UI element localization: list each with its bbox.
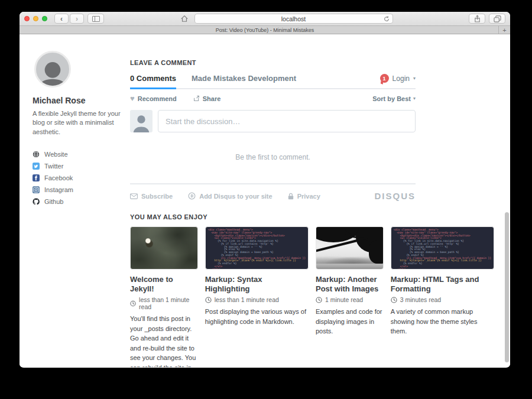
share-box-icon: [193, 95, 200, 102]
author-link-label: Instagram: [44, 186, 73, 193]
add-disqus-link[interactable]: Add Disqus to your site: [188, 192, 272, 200]
author-link-label: Twitter: [44, 163, 63, 170]
sidebar-toggle-button[interactable]: [87, 14, 104, 24]
chevron-down-icon: ▾: [413, 76, 416, 81]
related-posts-grid: Welcome to Jekyll! less than 1 minute re…: [130, 226, 494, 367]
scrollbar-thumb[interactable]: [505, 212, 509, 362]
author-link-github[interactable]: Github: [33, 196, 128, 207]
share-label: Share: [203, 95, 221, 102]
comment-input[interactable]: [158, 110, 416, 132]
share-icon: [474, 15, 481, 22]
post-meta: less than 1 minute read: [205, 296, 309, 303]
post-thumbnail-tree[interactable]: [316, 226, 384, 270]
sort-label: Sort by Best: [372, 95, 411, 102]
author-link-facebook[interactable]: Facebook: [33, 172, 128, 184]
subscribe-label: Subscribe: [141, 193, 173, 200]
code-screenshot: <div class="masthead__menu"> <nav id="si…: [206, 227, 308, 270]
related-post-card: <div class="masthead__menu"> <nav id="si…: [205, 226, 309, 367]
disqus-actions: ♥ Recommend Share Sort by Best ▾: [130, 95, 416, 102]
post-meta: 3 minutes read: [391, 296, 494, 303]
author-link-twitter[interactable]: Twitter: [33, 160, 128, 172]
address-bar[interactable]: localhost: [194, 14, 393, 24]
read-time: less than 1 minute read: [215, 296, 279, 303]
post-thumbnail-foam[interactable]: [130, 226, 198, 270]
new-tab-button[interactable]: +: [498, 26, 510, 34]
comments-heading: LEAVE A COMMENT: [130, 59, 416, 66]
post-thumbnail-code[interactable]: <div class="masthead__menu"> <nav id="si…: [205, 226, 309, 270]
close-button[interactable]: [24, 16, 30, 21]
empty-comments-message: Be the first to comment.: [130, 153, 416, 161]
zoom-button[interactable]: [42, 16, 47, 21]
refresh-icon: [383, 15, 390, 22]
post-excerpt: Post displaying the various ways of high…: [205, 307, 309, 326]
share-comments-button[interactable]: Share: [193, 95, 221, 102]
login-control[interactable]: 1 Login ▾: [380, 74, 416, 83]
chevron-right-icon: ›: [76, 15, 78, 22]
post-title-link[interactable]: Welcome to Jekyll!: [130, 275, 198, 293]
read-time: 1 minute read: [325, 296, 363, 303]
subscribe-link[interactable]: Subscribe: [130, 193, 173, 200]
privacy-link[interactable]: Privacy: [288, 193, 320, 200]
read-time: 3 minutes read: [400, 296, 441, 303]
sort-by-best-dropdown[interactable]: Sort by Best ▾: [372, 95, 416, 102]
read-time: less than 1 minute read: [139, 296, 198, 310]
instagram-icon: [33, 186, 40, 193]
post-title-link[interactable]: Markup: Syntax Highlighting: [205, 275, 309, 293]
show-tabs-button[interactable]: [489, 14, 505, 24]
minimize-button[interactable]: [33, 16, 38, 21]
post-title-link[interactable]: Markup: HTML Tags and Formatting: [391, 275, 494, 293]
browser-toolbar: ‹ › localhost: [20, 12, 510, 26]
login-label: Login: [392, 74, 410, 83]
recommend-button[interactable]: ♥ Recommend: [130, 95, 177, 102]
clock-icon: [316, 297, 322, 303]
tree-canopy-shape: [369, 240, 384, 264]
forward-button[interactable]: ›: [70, 14, 84, 24]
home-icon: [180, 15, 189, 22]
globe-icon: [33, 151, 40, 158]
author-name: Michael Rose: [33, 96, 128, 105]
envelope-icon: [130, 193, 138, 199]
post-excerpt: A variety of common markup showing how t…: [391, 307, 494, 336]
page-content: Michael Rose A flexible Jekyll theme for…: [20, 34, 510, 367]
active-tab[interactable]: Post: Video (YouTube) - Minimal Mistakes: [216, 27, 314, 33]
post-excerpt: Examples and code for displaying images …: [316, 307, 384, 336]
related-heading: YOU MAY ALSO ENJOY: [130, 213, 494, 220]
notification-badge[interactable]: 1: [380, 74, 389, 83]
facebook-icon: [33, 174, 40, 181]
related-posts-section: YOU MAY ALSO ENJOY Welcome to Jekyll! le…: [130, 213, 494, 367]
home-button[interactable]: [180, 15, 189, 22]
comments-section: LEAVE A COMMENT 0 Comments Made Mistakes…: [130, 34, 416, 201]
tab-comment-count[interactable]: 0 Comments: [130, 74, 176, 83]
post-thumbnail-code[interactable]: <div class="masthead__menu"> <nav id="si…: [391, 226, 494, 270]
twitter-icon: [33, 163, 40, 170]
back-button[interactable]: ‹: [54, 14, 69, 24]
refresh-button[interactable]: [383, 15, 390, 22]
recommend-label: Recommend: [138, 95, 177, 102]
clock-icon: [130, 300, 136, 307]
sidebar-icon: [92, 16, 100, 22]
code-screenshot: <div class="masthead__menu"> <nav id="si…: [391, 227, 494, 270]
chevron-down-icon: ▾: [413, 96, 416, 101]
post-title-link[interactable]: Markup: Another Post with Images: [316, 275, 384, 293]
comment-form: [130, 110, 416, 132]
author-avatar: [34, 51, 71, 87]
github-icon: [33, 198, 40, 205]
author-link-website[interactable]: Website: [33, 148, 128, 160]
related-post-card: <div class="masthead__menu"> <nav id="si…: [391, 226, 494, 367]
author-link-instagram[interactable]: Instagram: [33, 184, 128, 196]
clock-icon: [205, 297, 212, 303]
add-disqus-label: Add Disqus to your site: [199, 193, 272, 200]
related-post-card: Welcome to Jekyll! less than 1 minute re…: [130, 226, 198, 367]
author-link-label: Github: [44, 198, 63, 205]
lock-icon: [288, 193, 294, 200]
person-icon: [34, 55, 71, 87]
commenter-avatar: [130, 110, 153, 132]
tab-community[interactable]: Made Mistakes Development: [192, 74, 296, 83]
tabs-icon: [494, 15, 501, 22]
author-sidebar: Michael Rose A flexible Jekyll theme for…: [33, 51, 128, 207]
person-icon: [132, 112, 151, 132]
author-link-label: Facebook: [44, 174, 73, 181]
share-button[interactable]: [469, 14, 485, 24]
window-controls: [24, 16, 47, 21]
disqus-wordmark: DISQUS: [374, 191, 416, 201]
